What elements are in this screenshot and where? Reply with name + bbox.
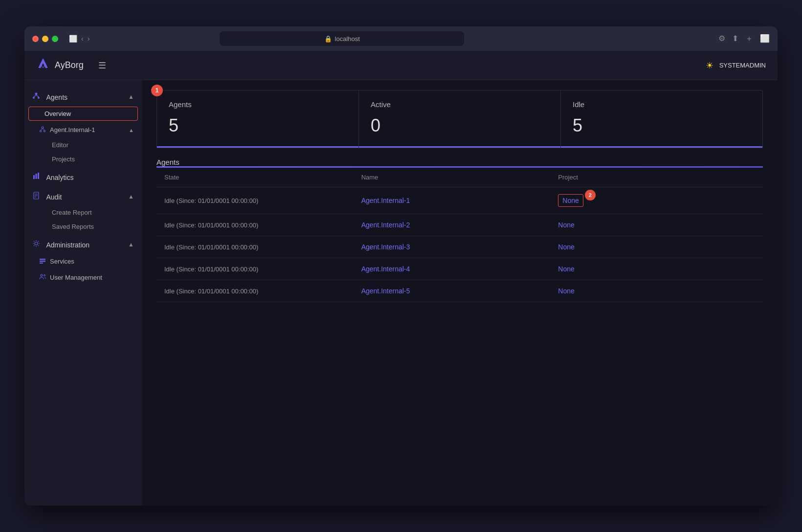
col-state-header: State bbox=[164, 174, 361, 181]
sidebar-section-audit: Audit ▲ Create Report Saved Reports bbox=[24, 188, 142, 234]
minimize-button-tl[interactable] bbox=[42, 36, 48, 42]
admin-chevron-icon: ▲ bbox=[128, 241, 134, 248]
svg-point-6 bbox=[40, 131, 42, 132]
row-5-name[interactable]: Agent.Internal-5 bbox=[361, 287, 558, 295]
svg-point-0 bbox=[35, 93, 38, 95]
sidebar-agent-internal-1[interactable]: Agent.Internal-1 ▲ bbox=[24, 122, 142, 138]
svg-point-2 bbox=[38, 97, 40, 99]
svg-rect-18 bbox=[40, 259, 45, 260]
row-3-state: Idle (Since: 01/01/0001 00:00:00) bbox=[164, 244, 361, 251]
row-3-name[interactable]: Agent.Internal-3 bbox=[361, 243, 558, 251]
agents-section-title-bar: Agents bbox=[156, 158, 763, 166]
svg-point-7 bbox=[44, 131, 45, 132]
tabs-icon[interactable]: ⬜ bbox=[760, 34, 770, 44]
agents-icon bbox=[32, 93, 42, 101]
row-2-state: Idle (Since: 01/01/0001 00:00:00) bbox=[164, 222, 361, 229]
row-2-project[interactable]: None bbox=[558, 221, 755, 229]
annotation-2: 2 bbox=[585, 190, 596, 200]
analytics-label: Analytics bbox=[46, 174, 73, 181]
maximize-button-tl[interactable] bbox=[52, 36, 58, 42]
settings-icon[interactable]: ⚙ bbox=[718, 34, 725, 44]
app-header: AyBorg ☰ ☀ SYSTEMADMIN bbox=[24, 51, 778, 80]
col-project-header: Project bbox=[558, 174, 755, 181]
svg-line-8 bbox=[41, 129, 43, 131]
svg-rect-20 bbox=[40, 263, 43, 264]
lock-icon: 🔒 bbox=[324, 35, 332, 43]
new-tab-icon[interactable]: ＋ bbox=[745, 34, 753, 44]
row-4-project[interactable]: None bbox=[558, 265, 755, 273]
svg-line-4 bbox=[36, 95, 39, 97]
logo-icon bbox=[36, 57, 50, 74]
svg-line-9 bbox=[43, 129, 45, 131]
stat-card-agents: Agents 5 bbox=[157, 90, 358, 148]
row-1-name[interactable]: Agent.Internal-1 bbox=[361, 197, 558, 204]
stats-container: 1 Agents 5 Active 0 Idle bbox=[156, 90, 763, 148]
agents-section-title: Agents bbox=[156, 158, 179, 166]
username-label: SYSTEMADMIN bbox=[719, 62, 766, 69]
table-row: Idle (Since: 01/01/0001 00:00:00) Agent.… bbox=[156, 214, 763, 236]
app-body: Agents ▲ Overview bbox=[24, 80, 778, 506]
agent-internal-1-label: Agent.Internal-1 bbox=[50, 126, 95, 133]
sidebar-agents-label: Agents bbox=[46, 93, 67, 101]
sidebar-analytics-header[interactable]: Analytics bbox=[24, 168, 142, 186]
idle-stat-value: 5 bbox=[573, 115, 751, 136]
agents-table-section: Agents State Name Project Idle (Since: 0… bbox=[156, 158, 763, 302]
app-container: AyBorg ☰ ☀ SYSTEMADMIN bbox=[24, 51, 778, 506]
svg-line-3 bbox=[34, 95, 36, 97]
table-row: Idle (Since: 01/01/0001 00:00:00) Agent.… bbox=[156, 258, 763, 280]
svg-point-21 bbox=[41, 274, 43, 276]
url-text: localhost bbox=[335, 35, 360, 43]
share-icon[interactable]: ⬆ bbox=[732, 34, 738, 44]
services-label: Services bbox=[50, 258, 74, 265]
app-title: AyBorg bbox=[55, 60, 84, 70]
theme-toggle-icon[interactable]: ☀ bbox=[706, 60, 713, 71]
browser-actions: ⚙ ⬆ ＋ ⬜ bbox=[718, 34, 770, 44]
table-row: Idle (Since: 01/01/0001 00:00:00) Agent.… bbox=[156, 236, 763, 258]
svg-point-1 bbox=[33, 97, 35, 99]
audit-chevron-icon: ▲ bbox=[128, 193, 134, 200]
sidebar-item-overview[interactable]: Overview bbox=[28, 107, 138, 121]
svg-rect-12 bbox=[38, 173, 39, 179]
admin-label: Administration bbox=[46, 241, 89, 249]
row-5-project[interactable]: None bbox=[558, 287, 755, 295]
row-4-state: Idle (Since: 01/01/0001 00:00:00) bbox=[164, 266, 361, 273]
sidebar-item-user-management[interactable]: User Management bbox=[24, 269, 142, 286]
logo-area: AyBorg bbox=[36, 57, 84, 74]
sidebar-toggle-icon[interactable]: ⬜ bbox=[69, 35, 77, 43]
row-2-name[interactable]: Agent.Internal-2 bbox=[361, 221, 558, 229]
agents-stat-label: Agents bbox=[169, 100, 347, 109]
sidebar-item-services[interactable]: Services bbox=[24, 253, 142, 269]
user-mgmt-icon bbox=[39, 273, 46, 282]
agent-internal-icon bbox=[39, 126, 46, 134]
overview-label: Overview bbox=[45, 110, 71, 117]
table-row: Idle (Since: 01/01/0001 00:00:00) Agent.… bbox=[156, 280, 763, 302]
agents-chevron-icon: ▲ bbox=[128, 93, 134, 100]
sidebar-audit-header[interactable]: Audit ▲ bbox=[24, 188, 142, 205]
row-3-project[interactable]: None bbox=[558, 243, 755, 251]
audit-label: Audit bbox=[46, 193, 62, 201]
sidebar-item-create-report[interactable]: Create Report bbox=[24, 205, 142, 220]
hamburger-button[interactable]: ☰ bbox=[98, 60, 106, 71]
sidebar-admin-header[interactable]: Administration ▲ bbox=[24, 236, 142, 253]
header-right: ☀ SYSTEMADMIN bbox=[706, 60, 766, 71]
row-4-name[interactable]: Agent.Internal-4 bbox=[361, 265, 558, 273]
sidebar-agents-header[interactable]: Agents ▲ bbox=[24, 88, 142, 106]
agent-internal-1-chevron: ▲ bbox=[129, 127, 134, 133]
sidebar-item-editor[interactable]: Editor bbox=[24, 138, 142, 152]
address-bar[interactable]: 🔒 localhost bbox=[220, 31, 464, 46]
stat-card-active: Active 0 bbox=[359, 90, 560, 148]
active-stat-label: Active bbox=[371, 100, 549, 109]
sidebar: Agents ▲ Overview bbox=[24, 80, 142, 506]
back-button[interactable]: ‹ bbox=[81, 35, 84, 43]
sidebar-item-projects[interactable]: Projects bbox=[24, 152, 142, 166]
svg-point-5 bbox=[42, 127, 44, 129]
sidebar-section-analytics: Analytics bbox=[24, 168, 142, 186]
forward-button[interactable]: › bbox=[88, 35, 90, 43]
svg-rect-10 bbox=[33, 175, 35, 179]
row-1-project[interactable]: None 2 bbox=[558, 194, 583, 207]
admin-icon bbox=[32, 241, 42, 249]
sidebar-item-saved-reports[interactable]: Saved Reports bbox=[24, 220, 142, 234]
close-button-tl[interactable] bbox=[32, 36, 39, 42]
services-icon bbox=[39, 257, 46, 266]
stat-card-idle: Idle 5 bbox=[561, 90, 762, 148]
